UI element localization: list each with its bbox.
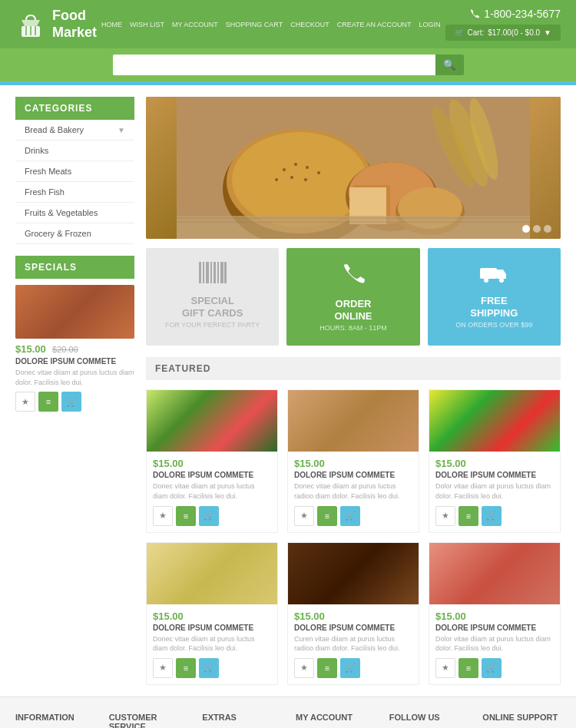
sidebar-item-drinks[interactable]: Drinks [15,141,134,161]
svg-rect-32 [217,262,219,283]
logo-text: Food Market [52,8,97,41]
nav-checkout[interactable]: CHECKOUT [290,21,329,28]
product-image-3 [429,390,560,452]
product-price-1: $15.00 [153,458,271,469]
free-shipping-title: FREESHIPPING [437,295,551,319]
logo-icon [15,9,46,40]
product-card-5: $15.00 DOLORE IPSUM COMMETE Curen vitae … [287,542,419,685]
promo-order-online[interactable]: ORDERONLINE HOURS: 8AM - 11PM [286,248,419,346]
dot-3[interactable] [544,225,551,233]
wishlist-btn-2[interactable]: ★ [294,506,314,526]
svg-rect-31 [214,262,216,283]
cart-btn-2[interactable]: 🛒 [340,506,360,526]
wishlist-btn-6[interactable]: ★ [435,658,455,678]
svg-point-11 [283,168,286,171]
footer-follow-title: FOLLOW US [389,713,468,722]
sidebar-item-grocery[interactable]: Grocery & Frozen [15,223,134,244]
cart-btn-5[interactable]: 🛒 [340,658,360,678]
nav-login[interactable]: LOGIN [419,21,441,28]
product-image-5 [288,543,419,604]
nav-wishlist[interactable]: WISH LIST [130,21,164,28]
free-shipping-subtitle: ON ORDERS OVER $99 [437,321,551,329]
product-image-4 [147,543,277,604]
compare-btn-2[interactable]: ≡ [317,506,337,526]
product-info-2: $15.00 DOLORE IPSUM COMMETE Donec vitae … [288,452,419,531]
special-product-name: DOLORE IPSUM COMMETE [15,357,134,366]
wishlist-button[interactable]: ★ [15,392,35,412]
compare-btn-5[interactable]: ≡ [317,658,337,678]
nav-create-account[interactable]: CREATE AN ACCOUNT [337,21,412,28]
cart-btn-4[interactable]: 🛒 [199,658,219,678]
cart-btn-3[interactable]: 🛒 [482,506,502,526]
product-image-2 [288,390,419,452]
footer-extras: EXTRAS Brands Gift Vouchers Affiliates S… [202,713,280,728]
footer-my-account-title: MY ACCOUNT [296,713,374,722]
svg-rect-35 [480,268,497,279]
sidebar-item-fish[interactable]: Fresh Fish [15,182,134,203]
svg-rect-33 [220,262,223,283]
product-price-3: $15.00 [435,458,554,469]
product-name-3: DOLORE IPSUM COMMETE [435,471,554,479]
nav-area: HOME WISH LIST MY ACCOUNT SHOPPING CART … [101,21,441,28]
nav-cart[interactable]: SHOPPING CART [226,21,283,28]
product-actions-2: ★ ≡ 🛒 [294,506,412,526]
wishlist-btn-3[interactable]: ★ [435,506,455,526]
product-card-1: $15.00 DOLORE IPSUM COMMETE Donec vitae … [146,389,278,532]
svg-point-14 [317,171,320,174]
wishlist-btn-5[interactable]: ★ [294,658,314,678]
footer-information-title: INFORMATION [15,713,94,722]
sidebar: CATEGORIES Bread & Bakery ▼ Drinks Fresh… [15,97,134,685]
product-price-5: $15.00 [294,611,412,622]
sidebar-item-bread[interactable]: Bread & Bakery ▼ [15,120,134,141]
product-info-4: $15.00 DOLORE IPSUM COMMETE Donec vitae … [147,604,277,684]
product-price-4: $15.00 [153,611,271,622]
product-info-3: $15.00 DOLORE IPSUM COMMETE Dolor vitae … [429,452,560,531]
wishlist-btn-1[interactable]: ★ [153,506,173,526]
product-desc-1: Donec vitae diiam at purus luctus diam d… [153,481,271,501]
nav-myaccount[interactable]: MY ACCOUNT [172,21,218,28]
promo-free-shipping[interactable]: FREESHIPPING ON ORDERS OVER $99 [428,248,561,346]
hero-banner [146,97,561,239]
compare-button[interactable]: ≡ [38,392,58,412]
search-button[interactable]: 🔍 [435,55,464,75]
svg-rect-30 [210,262,212,283]
product-name-5: DOLORE IPSUM COMMETE [294,624,412,632]
sidebar-item-meats[interactable]: Fresh Meats [15,161,134,182]
cart-label: Cart: [468,28,485,37]
footer-follow-us: FOLLOW US Facebook Twitter Flickr YouTub… [389,713,468,728]
product-actions-4: ★ ≡ 🛒 [153,658,271,678]
specials-section: SPECIALS $15.00 $20.00 DOLORE IPSUM COMM… [15,256,134,418]
product-desc-6: Dolor vitae diiam at purus luctus diam d… [435,634,554,654]
compare-btn-3[interactable]: ≡ [458,506,478,526]
product-name-4: DOLORE IPSUM COMMETE [153,624,271,632]
nav-home[interactable]: HOME [101,21,122,28]
product-info-5: $15.00 DOLORE IPSUM COMMETE Curen vitae … [288,604,419,684]
product-desc-3: Dolor vitae diiam at purus luctus diam d… [435,481,554,501]
compare-btn-6[interactable]: ≡ [458,658,478,678]
cart-amount: $17.00(0 - $0.0 [488,28,540,37]
svg-point-15 [290,176,293,179]
footer-extras-title: EXTRAS [202,713,280,722]
compare-btn-1[interactable]: ≡ [176,506,196,526]
add-to-cart-button[interactable]: 🛒 [61,392,81,412]
cart-button[interactable]: 🛒 Cart: $17.00(0 - $0.0 ▼ [445,25,561,41]
gift-cards-subtitle: FOR YOUR PERFECT PARTY [155,321,270,329]
footer-information: INFORMATION About Us Delivery Privacy Po… [15,713,94,728]
order-online-subtitle: HOURS: 8AM - 11PM [296,324,410,332]
dot-1[interactable] [522,225,530,233]
sidebar-item-fruits[interactable]: Fruits & Vegetables [15,203,134,223]
search-input[interactable] [113,55,435,75]
cart-btn-6[interactable]: 🛒 [482,658,502,678]
wishlist-btn-4[interactable]: ★ [153,658,173,678]
product-name-1: DOLORE IPSUM COMMETE [153,471,271,479]
svg-point-13 [306,166,309,169]
compare-btn-4[interactable]: ≡ [176,658,196,678]
logo: Food Market [15,8,97,41]
categories-section: CATEGORIES Bread & Bakery ▼ Drinks Fresh… [15,97,134,244]
cart-btn-1[interactable]: 🛒 [199,506,219,526]
promo-gift-cards[interactable]: SPECIALGIFT CARDS FOR YOUR PERFECT PARTY [146,248,279,346]
gift-cards-title: SPECIALGIFT CARDS [155,295,270,319]
special-product-desc: Donec vitae diiam at purus luctus diam d… [15,368,134,387]
product-actions-6: ★ ≡ 🛒 [435,658,554,678]
dot-2[interactable] [533,225,541,233]
